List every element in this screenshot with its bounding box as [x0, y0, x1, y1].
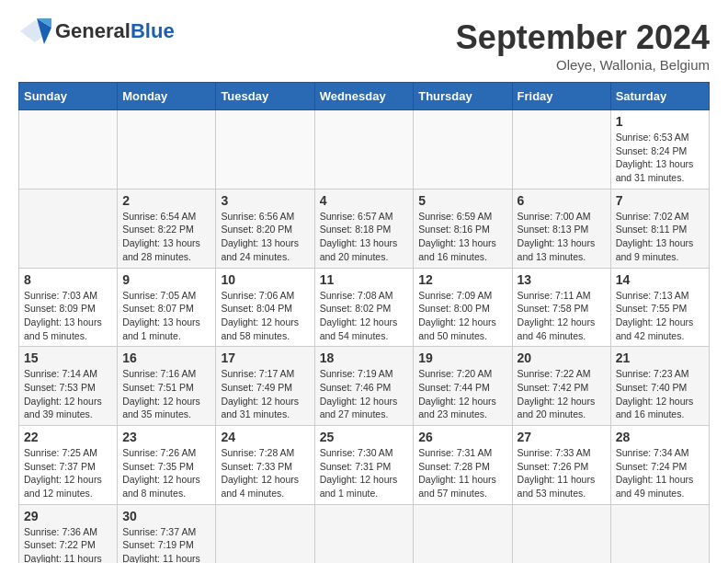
day-info: Sunrise: 7:02 AM Sunset: 8:11 PM Dayligh… — [616, 210, 704, 264]
day-info: Sunrise: 7:36 AM Sunset: 7:22 PM Dayligh… — [24, 525, 112, 563]
day-info: Sunrise: 7:33 AM Sunset: 7:26 PM Dayligh… — [518, 446, 606, 500]
logo: GeneralBlue — [18, 18, 175, 44]
day-number: 22 — [24, 430, 112, 444]
calendar-cell: 6Sunrise: 7:00 AM Sunset: 8:13 PM Daylig… — [512, 189, 610, 268]
week-row-5: 22Sunrise: 7:25 AM Sunset: 7:37 PM Dayli… — [19, 426, 710, 505]
logo-text: GeneralBlue — [55, 21, 175, 41]
week-row-3: 8Sunrise: 7:03 AM Sunset: 8:09 PM Daylig… — [19, 268, 710, 347]
day-number: 14 — [616, 272, 704, 287]
calendar-cell — [512, 110, 610, 190]
day-number: 5 — [418, 193, 506, 208]
calendar-cell — [118, 110, 216, 190]
day-header-monday: Monday — [118, 83, 216, 110]
calendar-cell: 12Sunrise: 7:09 AM Sunset: 8:00 PM Dayli… — [414, 268, 512, 347]
calendar-cell — [314, 504, 414, 563]
day-info: Sunrise: 7:06 AM Sunset: 8:04 PM Dayligh… — [221, 289, 309, 343]
calendar-cell: 28Sunrise: 7:34 AM Sunset: 7:24 PM Dayli… — [610, 426, 709, 505]
page-header: GeneralBlue September 2024 Oleye, Wallon… — [18, 18, 710, 73]
day-number: 28 — [616, 430, 704, 444]
location: Oleye, Wallonia, Belgium — [456, 57, 710, 73]
day-number: 10 — [221, 272, 309, 287]
calendar-cell: 26Sunrise: 7:31 AM Sunset: 7:28 PM Dayli… — [414, 426, 512, 505]
week-row-6: 29Sunrise: 7:36 AM Sunset: 7:22 PM Dayli… — [19, 504, 710, 563]
day-number: 20 — [518, 350, 606, 365]
day-info: Sunrise: 7:26 AM Sunset: 7:35 PM Dayligh… — [122, 446, 210, 500]
calendar-cell: 11Sunrise: 7:08 AM Sunset: 8:02 PM Dayli… — [314, 268, 414, 347]
day-number: 13 — [518, 272, 606, 287]
day-info: Sunrise: 7:34 AM Sunset: 7:24 PM Dayligh… — [616, 446, 704, 500]
day-info: Sunrise: 6:53 AM Sunset: 8:24 PM Dayligh… — [616, 131, 704, 185]
calendar-cell: 18Sunrise: 7:19 AM Sunset: 7:46 PM Dayli… — [314, 347, 414, 426]
calendar-cell: 22Sunrise: 7:25 AM Sunset: 7:37 PM Dayli… — [19, 426, 118, 505]
day-info: Sunrise: 6:54 AM Sunset: 8:22 PM Dayligh… — [122, 210, 210, 264]
day-number: 24 — [221, 430, 309, 444]
day-info: Sunrise: 7:09 AM Sunset: 8:00 PM Dayligh… — [418, 289, 506, 343]
day-info: Sunrise: 7:17 AM Sunset: 7:49 PM Dayligh… — [221, 367, 309, 421]
day-info: Sunrise: 7:25 AM Sunset: 7:37 PM Dayligh… — [24, 446, 112, 500]
day-info: Sunrise: 7:30 AM Sunset: 7:31 PM Dayligh… — [320, 446, 409, 500]
day-number: 15 — [24, 350, 112, 365]
day-header-tuesday: Tuesday — [216, 83, 314, 110]
calendar-cell: 25Sunrise: 7:30 AM Sunset: 7:31 PM Dayli… — [314, 426, 414, 505]
calendar-cell — [216, 110, 314, 190]
day-info: Sunrise: 7:22 AM Sunset: 7:42 PM Dayligh… — [518, 367, 606, 421]
calendar-cell: 20Sunrise: 7:22 AM Sunset: 7:42 PM Dayli… — [512, 347, 610, 426]
calendar-cell: 7Sunrise: 7:02 AM Sunset: 8:11 PM Daylig… — [610, 189, 709, 268]
calendar-cell: 8Sunrise: 7:03 AM Sunset: 8:09 PM Daylig… — [19, 268, 118, 347]
day-info: Sunrise: 6:57 AM Sunset: 8:18 PM Dayligh… — [320, 210, 409, 264]
calendar-cell — [314, 110, 414, 190]
calendar-cell — [414, 110, 512, 190]
day-number: 17 — [221, 350, 309, 365]
calendar-cell: 5Sunrise: 6:59 AM Sunset: 8:16 PM Daylig… — [414, 189, 512, 268]
day-info: Sunrise: 7:31 AM Sunset: 7:28 PM Dayligh… — [418, 446, 506, 500]
calendar-cell: 24Sunrise: 7:28 AM Sunset: 7:33 PM Dayli… — [216, 426, 314, 505]
calendar-cell: 15Sunrise: 7:14 AM Sunset: 7:53 PM Dayli… — [19, 347, 118, 426]
week-row-1: 1Sunrise: 6:53 AM Sunset: 8:24 PM Daylig… — [19, 110, 710, 190]
day-info: Sunrise: 7:05 AM Sunset: 8:07 PM Dayligh… — [122, 289, 210, 343]
calendar-cell: 9Sunrise: 7:05 AM Sunset: 8:07 PM Daylig… — [118, 268, 216, 347]
day-number: 8 — [24, 272, 112, 287]
calendar-cell — [216, 504, 314, 563]
calendar-cell: 3Sunrise: 6:56 AM Sunset: 8:20 PM Daylig… — [216, 189, 314, 268]
day-number: 29 — [24, 509, 112, 523]
day-header-friday: Friday — [512, 83, 610, 110]
day-number: 7 — [616, 193, 704, 208]
calendar-cell: 1Sunrise: 6:53 AM Sunset: 8:24 PM Daylig… — [610, 110, 709, 190]
calendar-cell: 19Sunrise: 7:20 AM Sunset: 7:44 PM Dayli… — [414, 347, 512, 426]
day-number: 16 — [122, 350, 210, 365]
day-header-thursday: Thursday — [414, 83, 512, 110]
day-info: Sunrise: 7:08 AM Sunset: 8:02 PM Dayligh… — [320, 289, 409, 343]
day-number: 3 — [221, 193, 309, 208]
calendar-cell: 17Sunrise: 7:17 AM Sunset: 7:49 PM Dayli… — [216, 347, 314, 426]
day-info: Sunrise: 7:13 AM Sunset: 7:55 PM Dayligh… — [616, 289, 704, 343]
day-number: 6 — [518, 193, 606, 208]
day-number: 26 — [418, 430, 506, 444]
day-info: Sunrise: 7:14 AM Sunset: 7:53 PM Dayligh… — [24, 367, 112, 421]
day-header-sunday: Sunday — [19, 83, 118, 110]
logo-icon — [18, 18, 51, 44]
day-info: Sunrise: 6:56 AM Sunset: 8:20 PM Dayligh… — [221, 210, 309, 264]
day-info: Sunrise: 7:20 AM Sunset: 7:44 PM Dayligh… — [418, 367, 506, 421]
calendar-cell: 16Sunrise: 7:16 AM Sunset: 7:51 PM Dayli… — [118, 347, 216, 426]
calendar-cell: 2Sunrise: 6:54 AM Sunset: 8:22 PM Daylig… — [118, 189, 216, 268]
day-number: 30 — [122, 509, 210, 523]
day-number: 25 — [320, 430, 409, 444]
calendar-cell: 23Sunrise: 7:26 AM Sunset: 7:35 PM Dayli… — [118, 426, 216, 505]
calendar-table: SundayMondayTuesdayWednesdayThursdayFrid… — [18, 82, 710, 563]
day-info: Sunrise: 7:11 AM Sunset: 7:58 PM Dayligh… — [518, 289, 606, 343]
day-info: Sunrise: 7:16 AM Sunset: 7:51 PM Dayligh… — [122, 367, 210, 421]
day-header-saturday: Saturday — [610, 83, 709, 110]
calendar-cell: 13Sunrise: 7:11 AM Sunset: 7:58 PM Dayli… — [512, 268, 610, 347]
day-info: Sunrise: 7:28 AM Sunset: 7:33 PM Dayligh… — [221, 446, 309, 500]
calendar-cell: 29Sunrise: 7:36 AM Sunset: 7:22 PM Dayli… — [19, 504, 118, 563]
calendar-cell — [610, 504, 709, 563]
day-number: 12 — [418, 272, 506, 287]
day-number: 21 — [616, 350, 704, 365]
month-title: September 2024 — [456, 18, 710, 57]
day-info: Sunrise: 7:00 AM Sunset: 8:13 PM Dayligh… — [518, 210, 606, 264]
day-number: 19 — [418, 350, 506, 365]
day-number: 1 — [616, 114, 704, 129]
day-number: 23 — [122, 430, 210, 444]
day-info: Sunrise: 7:03 AM Sunset: 8:09 PM Dayligh… — [24, 289, 112, 343]
day-info: Sunrise: 7:19 AM Sunset: 7:46 PM Dayligh… — [320, 367, 409, 421]
